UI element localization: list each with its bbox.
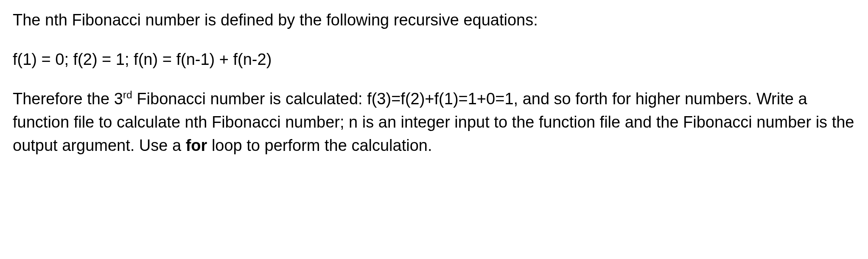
intro-text: The nth Fibonacci number is defined by t… [13,11,538,29]
body-text-post-sup: Fibonacci number is calculated: f(3)=f(2… [13,90,854,154]
body-text-after-bold: loop to perform the calculation. [207,136,432,154]
ordinal-superscript: rd [123,89,132,101]
intro-paragraph: The nth Fibonacci number is defined by t… [13,8,855,32]
equations-text: f(1) = 0; f(2) = 1; f(n) = f(n-1) + f(n-… [13,50,272,68]
equations-paragraph: f(1) = 0; f(2) = 1; f(n) = f(n-1) + f(n-… [13,48,855,71]
body-text-pre-sup: Therefore the 3 [13,90,123,108]
bold-for-keyword: for [186,136,207,154]
body-paragraph: Therefore the 3rd Fibonacci number is ca… [13,87,855,157]
